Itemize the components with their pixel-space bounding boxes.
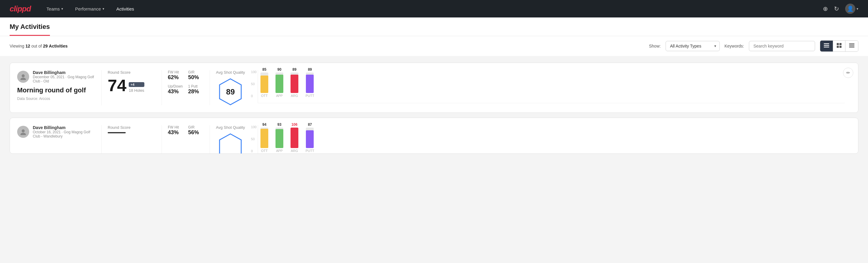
view-grid-button[interactable]	[833, 40, 845, 52]
refresh-button[interactable]: ↻	[834, 5, 839, 12]
bar-arg-value: 89	[292, 67, 296, 71]
search-input[interactable]	[749, 41, 815, 51]
bar-putt: 89 PUTT	[306, 67, 314, 97]
bar-ott-label-2: OTT	[261, 149, 268, 152]
bar-putt-value-2: 87	[308, 122, 312, 127]
hexagon-value: 89	[226, 87, 235, 96]
bar-putt-track-2	[306, 127, 314, 148]
oneputt-value: 28%	[188, 88, 204, 95]
main-content: ✏ Dave Billingham December 05, 2021 · Go…	[0, 57, 868, 165]
nav-teams[interactable]: Teams ▾	[45, 4, 64, 13]
bar-putt-fill-2	[306, 130, 314, 148]
score-display-2	[108, 132, 155, 133]
bar-arg-track	[290, 72, 298, 93]
bar-ott-label: OTT	[261, 94, 268, 97]
y-axis-labels-2: 100 50 0	[251, 125, 256, 154]
add-button[interactable]: ⊕	[823, 5, 828, 12]
user-name: Dave Billingham	[33, 70, 95, 75]
profile-chevron-icon: ▾	[857, 7, 858, 11]
updown-label: Up/Down	[168, 84, 183, 88]
oneputt-label: 1 Putt	[188, 84, 204, 88]
avatar: 👤	[845, 4, 856, 14]
nav-activities[interactable]: Activities	[115, 4, 135, 13]
oneputt-stat: 1 Putt 28%	[188, 84, 204, 95]
page-title: My Activities	[10, 18, 50, 36]
activity-card-2: Dave Billingham October 16, 2021 · Gog M…	[10, 118, 858, 154]
hexagon: 89	[218, 78, 242, 105]
gir-label: GIR	[188, 70, 204, 74]
user-date: December 05, 2021 · Gog Magog Golf Club …	[33, 75, 95, 83]
activity-title: Morning round of golf	[17, 86, 95, 94]
teams-chevron-icon: ▾	[61, 7, 63, 11]
user-row-2: Dave Billingham October 16, 2021 · Gog M…	[17, 125, 95, 139]
svg-rect-5	[837, 46, 839, 48]
bar-app-value: 90	[277, 67, 281, 71]
user-date-2: October 16, 2021 · Gog Magog Golf Club -…	[33, 130, 95, 139]
bar-arg-fill-2	[290, 127, 298, 148]
fw-hit-stat-2: FW Hit 43%	[168, 125, 183, 136]
svg-rect-8	[849, 45, 855, 45]
bar-arg-track-2	[290, 127, 298, 148]
activity-type-select-wrapper: All Activity Types	[665, 41, 720, 51]
score-dash	[108, 132, 126, 133]
list-dense-icon	[824, 43, 829, 49]
hexagon-2	[218, 133, 242, 154]
bar-chart-wrapper: 100 50 0 85 OTT	[251, 70, 845, 103]
gir-label-2: GIR	[188, 125, 204, 129]
holes-text: 18 Holes	[129, 88, 144, 93]
data-source: Data Source: Arccos	[17, 96, 95, 101]
card-left: Dave Billingham December 05, 2021 · Gog …	[17, 70, 101, 105]
profile-menu[interactable]: 👤 ▾	[845, 4, 858, 14]
svg-rect-3	[837, 43, 839, 45]
bar-app-label-2: APP	[276, 149, 283, 152]
avg-shot-quality-label: Avg Shot Quality	[216, 70, 245, 75]
view-toggle	[820, 40, 858, 52]
bar-app-label: APP	[276, 94, 283, 97]
bar-ott-value: 85	[262, 67, 266, 71]
bar-ott-fill	[260, 76, 268, 93]
view-list-wide-button[interactable]	[845, 40, 858, 52]
avatar	[17, 71, 29, 83]
bar-arg-label: ARG	[291, 94, 298, 97]
score-badge-col: +4 18 Holes	[129, 82, 144, 93]
filter-bar: Viewing 12 out of 29 Activities Show: Al…	[0, 36, 868, 56]
logo[interactable]: clippd	[10, 4, 31, 13]
viewing-count-text: Viewing 12 out of 29 Activities	[10, 43, 644, 49]
bar-ott: 85 OTT	[260, 67, 268, 97]
fw-hit-label: FW Hit	[168, 70, 183, 74]
bar-app-track-2	[276, 127, 283, 148]
bar-putt-label-2: PUTT	[306, 149, 314, 152]
updown-value: 43%	[168, 88, 183, 95]
activity-type-select[interactable]: All Activity Types	[665, 41, 720, 51]
quality-section: Avg Shot Quality 89 100 50 0	[210, 70, 851, 105]
bar-ott-fill-2	[260, 129, 268, 148]
performance-chevron-icon: ▾	[102, 7, 104, 11]
bar-putt-value: 89	[308, 67, 312, 71]
refresh-icon: ↻	[834, 5, 839, 12]
gir-stat: GIR 50%	[188, 70, 204, 81]
stats-section-2: FW Hit 43% GIR 56%	[161, 125, 210, 154]
svg-point-15	[21, 133, 26, 135]
grid-icon	[837, 43, 841, 49]
bar-ott-track	[260, 72, 268, 93]
bar-putt-track	[306, 72, 314, 93]
keywords-label: Keywords:	[724, 43, 744, 49]
quality-section-2: Avg Shot Quality 100 50 0	[210, 125, 851, 154]
svg-rect-6	[839, 46, 841, 48]
score-display: 74 +4 18 Holes	[108, 77, 155, 94]
bar-app: 90 APP	[276, 67, 283, 97]
fw-hit-stat: FW Hit 62%	[168, 70, 183, 81]
y-axis-labels: 100 50 0	[251, 70, 256, 103]
bar-arg-2: 106 ARG	[290, 122, 298, 152]
stats-section: FW Hit 62% GIR 50% Up/Down 43% 1 Putt 28…	[161, 70, 210, 105]
list-wide-icon	[849, 43, 855, 49]
avg-shot-quality-label-2: Avg Shot Quality	[216, 125, 245, 130]
bar-arg-fill	[290, 75, 298, 93]
round-score-label: Round Score	[108, 70, 155, 75]
card-left-2: Dave Billingham October 16, 2021 · Gog M…	[17, 125, 101, 154]
bar-arg-label-2: ARG	[291, 149, 298, 152]
svg-rect-7	[849, 43, 855, 44]
nav-performance[interactable]: Performance ▾	[74, 4, 105, 13]
view-list-dense-button[interactable]	[820, 40, 833, 52]
round-score-label-2: Round Score	[108, 125, 155, 130]
